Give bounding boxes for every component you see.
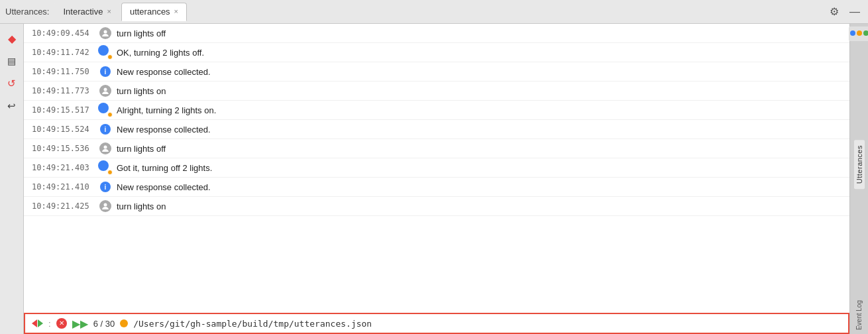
utterance-avatar xyxy=(98,103,113,117)
utterance-text: New response collected. xyxy=(117,182,211,192)
left-sidebar: ◆ ▤ ↺ ↩ xyxy=(0,24,24,334)
bot-avatar-icon xyxy=(98,45,113,60)
tab-utterances[interactable]: utterances × xyxy=(121,3,187,21)
info-avatar-icon: i xyxy=(100,124,111,135)
utterance-avatar xyxy=(98,45,113,60)
utterance-text: New response collected. xyxy=(117,125,211,135)
utterance-text: turn lights off xyxy=(117,144,166,154)
utterance-timestamp: 10:49:21.403 xyxy=(32,163,98,172)
content-panel: 10:49:09.454 turn lights off10:49:11.742… xyxy=(24,24,849,334)
utterance-row[interactable]: 10:49:21.425 turn lights on xyxy=(24,197,849,216)
utterance-list: 10:49:09.454 turn lights off10:49:11.742… xyxy=(24,24,849,313)
utterance-timestamp: 10:49:09.454 xyxy=(32,28,98,38)
person-avatar-icon xyxy=(99,142,111,154)
utterance-row[interactable]: 10:49:11.750iNew response collected. xyxy=(24,62,849,82)
utterance-avatar xyxy=(98,26,113,40)
info-avatar-icon: i xyxy=(100,182,111,192)
tab-bar-actions: ⚙ — xyxy=(827,4,863,19)
status-filepath: /Users/git/gh-sample/build/tmp/utterance… xyxy=(133,319,372,329)
tab-bar: Utterances: Interactive × utterances × ⚙… xyxy=(0,0,868,24)
utterance-row[interactable]: 10:49:09.454 turn lights off xyxy=(24,24,849,43)
person-avatar-icon xyxy=(99,85,111,97)
svg-point-0 xyxy=(104,30,107,34)
play-right-icon xyxy=(38,319,43,327)
utterances-vertical-tab[interactable]: Utterances xyxy=(854,140,865,189)
undo-sidebar-icon[interactable]: ↩ xyxy=(3,97,21,115)
utterance-row[interactable]: 10:49:15.524iNew response collected. xyxy=(24,120,849,139)
utterance-row[interactable]: 10:49:11.742 OK, turning 2 lights off. xyxy=(24,43,849,62)
tab-interactive-label: Interactive xyxy=(63,7,103,17)
utterance-avatar xyxy=(98,84,113,98)
utterance-avatar: i xyxy=(98,122,113,137)
info-avatar-icon: i xyxy=(100,66,111,77)
utterance-text: turn lights off xyxy=(117,28,166,38)
utterance-avatar xyxy=(98,160,113,175)
utterance-text: Alright, turning 2 lights on. xyxy=(117,105,216,115)
utterance-timestamp: 10:49:21.425 xyxy=(32,201,98,211)
utterance-avatar: i xyxy=(98,180,113,194)
utterance-timestamp: 10:49:11.773 xyxy=(32,86,98,95)
utterance-timestamp: 10:49:15.524 xyxy=(32,125,98,134)
person-avatar-icon xyxy=(99,200,111,212)
utterance-avatar: i xyxy=(98,64,113,79)
utterance-text: OK, turning 2 lights off. xyxy=(117,48,204,58)
status-bar: : ✕ ▶▶ 6 / 30 /Users/git/gh-sample/build… xyxy=(24,313,849,334)
utterance-timestamp: 10:49:15.536 xyxy=(32,144,98,153)
tab-utterances-close[interactable]: × xyxy=(174,8,178,15)
utterance-row[interactable]: 10:49:21.403 Got it, turning off 2 light… xyxy=(24,158,849,178)
utterance-text: New response collected. xyxy=(117,67,211,77)
status-ff-button[interactable]: ▶▶ xyxy=(72,317,88,330)
bot-avatar-icon xyxy=(98,103,113,117)
utterance-row[interactable]: 10:49:21.410iNew response collected. xyxy=(24,178,849,197)
status-play-button[interactable] xyxy=(32,319,43,327)
gear-button[interactable]: ⚙ xyxy=(827,4,841,19)
utterance-timestamp: 10:49:11.750 xyxy=(32,67,98,76)
svg-point-2 xyxy=(104,146,107,149)
minimize-button[interactable]: — xyxy=(847,5,863,19)
play-left-icon xyxy=(32,319,37,327)
utterance-avatar xyxy=(98,141,113,156)
main-area: ◆ ▤ ↺ ↩ 10:49:09.454 turn lights off10:4… xyxy=(0,24,868,334)
reset-sidebar-icon[interactable]: ↺ xyxy=(3,74,21,93)
event-log-label: Event Log xyxy=(855,300,863,330)
status-separator: : xyxy=(48,319,51,329)
utterance-row[interactable]: 10:49:11.773 turn lights on xyxy=(24,82,849,101)
tab-interactive-close[interactable]: × xyxy=(107,8,111,15)
utterance-avatar xyxy=(98,199,113,213)
utterance-text: Got it, turning off 2 lights. xyxy=(117,163,212,173)
utterance-text: turn lights on xyxy=(117,86,166,96)
right-sidebar: Utterances Event Log xyxy=(849,24,868,334)
status-cancel-button[interactable]: ✕ xyxy=(56,318,67,329)
person-avatar-icon xyxy=(99,27,111,39)
play-sidebar-icon[interactable]: ◆ xyxy=(3,29,21,48)
utterance-timestamp: 10:49:15.517 xyxy=(32,105,98,115)
status-file-dot xyxy=(120,319,128,327)
svg-point-1 xyxy=(104,88,107,91)
status-progress: 6 / 30 xyxy=(93,319,115,329)
tab-bar-label: Utterances: xyxy=(5,7,49,17)
tab-interactive[interactable]: Interactive × xyxy=(54,3,119,21)
svg-point-3 xyxy=(104,203,107,207)
utterance-text: turn lights on xyxy=(117,201,166,211)
tab-utterances-label: utterances xyxy=(130,7,170,17)
bot-avatar-icon xyxy=(98,160,113,175)
utterance-row[interactable]: 10:49:15.517 Alright, turning 2 lights o… xyxy=(24,101,849,120)
event-log-area: Event Log xyxy=(850,299,868,331)
list-sidebar-icon[interactable]: ▤ xyxy=(3,52,21,70)
utterance-timestamp: 10:49:21.410 xyxy=(32,182,98,192)
utterance-row[interactable]: 10:49:15.536 turn lights off xyxy=(24,139,849,158)
utterance-timestamp: 10:49:11.742 xyxy=(32,48,98,57)
